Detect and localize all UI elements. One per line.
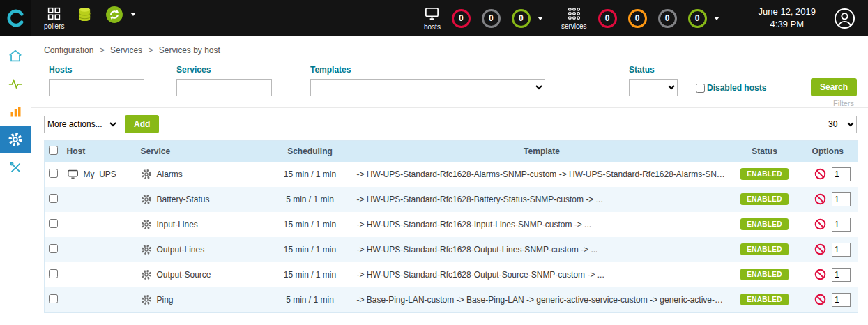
service-gear-icon — [141, 294, 152, 305]
service-gear-icon — [141, 194, 152, 205]
status-filter-block: Status — [629, 65, 678, 96]
breadcrumb-separator: > — [148, 45, 153, 55]
service-name[interactable]: Input-Lines — [157, 220, 198, 229]
status-filter-label: Status — [629, 65, 678, 75]
services-table-body: My_UPS Alarms 15 min / 1 min -> HW-UPS-S… — [45, 162, 858, 313]
status-filter-select[interactable] — [629, 79, 678, 96]
sidebar-item-home[interactable] — [0, 42, 31, 70]
header-template[interactable]: Template — [353, 141, 731, 162]
row-checkbox[interactable] — [49, 194, 58, 203]
header-scheduling[interactable]: Scheduling — [268, 141, 353, 162]
hosts-counter-unreachable[interactable]: 0 — [482, 9, 501, 28]
header-service[interactable]: Service — [137, 141, 268, 162]
search-button[interactable]: Search — [811, 78, 857, 96]
chart-icon — [8, 105, 23, 119]
service-name[interactable]: Battery-Status — [157, 195, 210, 204]
user-menu[interactable] — [834, 8, 855, 29]
sidebar-item-administration[interactable] — [0, 153, 31, 181]
templates-filter-select[interactable] — [310, 79, 545, 96]
table-header-row: Host Service Scheduling Template Status … — [45, 141, 858, 162]
pollers-chevron-icon[interactable] — [130, 13, 136, 16]
template-chain: -> HW-UPS-Standard-Rfc1628-Alarms-SNMP-c… — [353, 162, 731, 187]
disable-icon[interactable] — [814, 218, 826, 230]
service-name[interactable]: Output-Source — [157, 270, 211, 280]
options-count-input[interactable] — [832, 293, 851, 307]
service-name[interactable]: Output-Lines — [157, 245, 205, 255]
status-badge: ENABLED — [740, 243, 788, 255]
template-chain: -> Base-Ping-LAN-custom -> Base-Ping-LAN… — [353, 287, 731, 313]
status-badge: ENABLED — [740, 294, 788, 305]
host-icon — [67, 168, 79, 180]
database-status[interactable] — [77, 6, 93, 22]
table-row: Input-Lines 15 min / 1 min -> HW-UPS-Sta… — [45, 212, 858, 237]
breadcrumb-separator: > — [100, 45, 105, 55]
breadcrumb-configuration[interactable]: Configuration — [44, 45, 93, 55]
options-count-input[interactable] — [832, 243, 851, 257]
header-options: Options — [798, 141, 858, 162]
hosts-icon — [424, 6, 440, 22]
more-actions-select[interactable]: More actions... — [44, 116, 119, 133]
options-count-input[interactable] — [832, 167, 851, 181]
disabled-hosts-checkbox[interactable] — [696, 84, 705, 93]
disabled-hosts-label: Disabled hosts — [707, 83, 766, 93]
breadcrumb: Configuration > Services > Services by h… — [31, 36, 868, 61]
services-counter-critical[interactable]: 0 — [598, 9, 617, 28]
hosts-chevron-icon[interactable] — [538, 17, 543, 20]
services-chevron-icon[interactable] — [714, 17, 719, 20]
page-size-select[interactable]: 30 — [825, 116, 857, 133]
service-gear-icon — [141, 244, 152, 255]
services-counter-warning[interactable]: 0 — [628, 9, 647, 28]
pollers-menu[interactable]: pollers — [44, 6, 64, 30]
disable-icon[interactable] — [814, 243, 826, 255]
scheduling-value: 15 min / 1 min — [268, 262, 353, 287]
clock-time: 4:39 PM — [759, 18, 816, 31]
hosts-counter-up[interactable]: 0 — [512, 9, 531, 28]
sidebar-item-configuration[interactable] — [0, 126, 31, 153]
services-filter-input[interactable] — [176, 79, 272, 96]
hosts-counter-down[interactable]: 0 — [452, 9, 471, 28]
main-content: Configuration > Services > Services by h… — [31, 36, 868, 325]
services-counter-ok[interactable]: 0 — [688, 9, 707, 28]
options-count-input[interactable] — [832, 218, 851, 232]
templates-filter-block: Templates — [310, 65, 545, 96]
services-menu[interactable]: services — [561, 6, 587, 30]
centreon-logo[interactable] — [0, 0, 31, 36]
services-filter-label: Services — [176, 65, 272, 75]
header-host[interactable]: Host — [63, 141, 137, 162]
row-checkbox[interactable] — [49, 219, 58, 228]
options-count-input[interactable] — [832, 192, 851, 206]
add-button[interactable]: Add — [125, 115, 159, 133]
row-checkbox[interactable] — [49, 244, 58, 253]
poller-state[interactable] — [105, 6, 123, 24]
breadcrumb-services[interactable]: Services — [110, 45, 142, 55]
row-checkbox[interactable] — [49, 169, 58, 178]
table-row: Battery-Status 5 min / 1 min -> HW-UPS-S… — [45, 187, 858, 212]
select-all-checkbox[interactable] — [49, 146, 58, 155]
service-name[interactable]: Ping — [157, 295, 174, 305]
sidebar-item-reporting[interactable] — [0, 98, 31, 126]
hosts-menu[interactable]: hosts — [424, 6, 441, 31]
host-name[interactable]: My_UPS — [84, 169, 116, 179]
sidebar-item-monitoring[interactable] — [0, 70, 31, 98]
disabled-hosts-block: Disabled hosts — [696, 83, 766, 93]
status-badge: ENABLED — [740, 218, 788, 230]
service-name[interactable]: Alarms — [157, 169, 183, 179]
services-icon — [567, 6, 581, 21]
centreon-logo-icon — [6, 8, 26, 28]
pollers-icon — [47, 6, 61, 21]
row-checkbox[interactable] — [49, 269, 58, 278]
table-row: Output-Source 15 min / 1 min -> HW-UPS-S… — [45, 262, 858, 287]
filter-bar: Hosts Services Templates Status — [31, 61, 868, 108]
row-checkbox[interactable] — [49, 294, 58, 303]
disable-icon[interactable] — [814, 168, 826, 180]
status-badge: ENABLED — [740, 269, 788, 280]
hosts-filter-input[interactable] — [49, 79, 144, 96]
disable-icon[interactable] — [814, 294, 826, 305]
options-count-input[interactable] — [832, 268, 851, 282]
disable-icon[interactable] — [814, 269, 826, 280]
header-status[interactable]: Status — [731, 141, 798, 162]
disable-icon[interactable] — [814, 193, 826, 205]
services-counter-unknown[interactable]: 0 — [658, 9, 677, 28]
template-chain: -> HW-UPS-Standard-Rfc1628-Battery-Statu… — [353, 187, 731, 212]
scheduling-value: 15 min / 1 min — [268, 162, 353, 187]
